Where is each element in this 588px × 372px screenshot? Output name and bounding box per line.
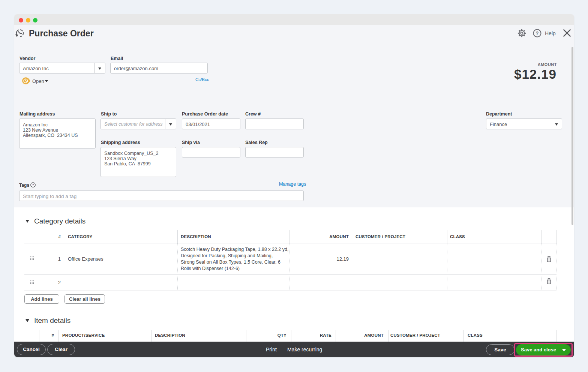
svg-text:?: ?	[536, 30, 539, 36]
svg-text:?: ?	[32, 183, 34, 187]
